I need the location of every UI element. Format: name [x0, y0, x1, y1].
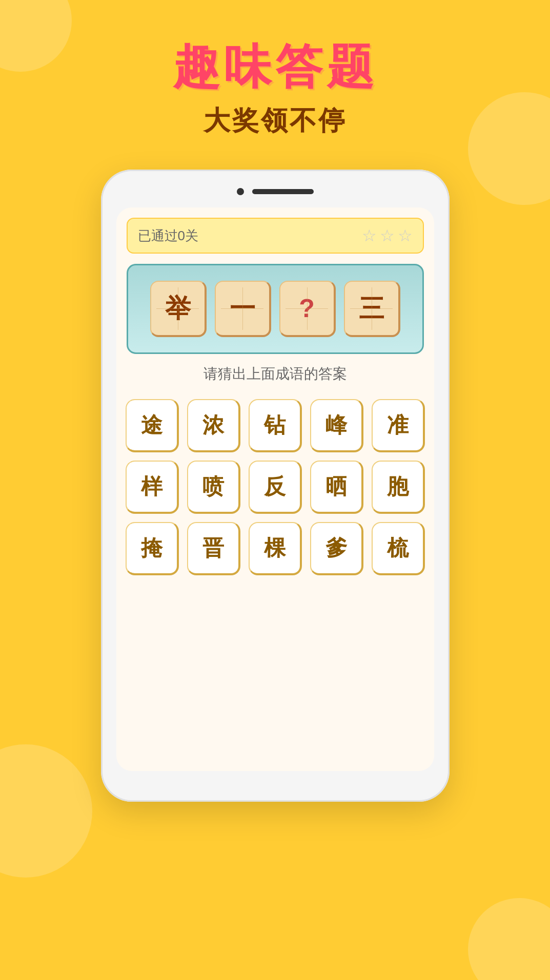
phone-top-bar	[116, 185, 434, 195]
phone-mockup: 已通过0关 ☆ ☆ ☆ 举 一 ? 三 请猜出上面成语的答案 途	[101, 170, 450, 802]
answer-btn-die[interactable]: 爹	[310, 522, 363, 575]
star-3: ☆	[398, 226, 413, 245]
answer-btn-feng[interactable]: 峰	[310, 399, 363, 452]
progress-text: 已通过0关	[138, 227, 198, 245]
puzzle-tile-4: 三	[344, 281, 400, 337]
puzzle-area: 举 一 ? 三	[127, 264, 424, 354]
puzzle-tile-2: 一	[215, 281, 271, 337]
main-title: 趣味答题	[0, 41, 550, 93]
puzzle-tile-3: ?	[279, 281, 336, 337]
answer-btn-jin[interactable]: 晋	[187, 522, 240, 575]
answer-btn-yan[interactable]: 掩	[126, 522, 179, 575]
answer-row-2: 样 喷 反 晒 胞	[126, 461, 425, 514]
phone-container: 已通过0关 ☆ ☆ ☆ 举 一 ? 三 请猜出上面成语的答案 途	[0, 170, 550, 802]
title-section: 趣味答题 大奖领不停	[0, 0, 550, 139]
stars-row: ☆ ☆ ☆	[362, 226, 413, 245]
hint-text: 请猜出上面成语的答案	[127, 364, 424, 384]
answer-btn-fan[interactable]: 反	[249, 461, 302, 514]
answer-grid: 途 浓 钻 峰 准 样 喷 反 晒 胞 掩 晋 棵 爹	[127, 399, 424, 575]
answer-btn-zhun[interactable]: 准	[372, 399, 425, 452]
answer-btn-shai[interactable]: 晒	[310, 461, 363, 514]
bg-circle-bottom-right	[468, 898, 550, 980]
answer-btn-nong[interactable]: 浓	[187, 399, 240, 452]
answer-btn-shu[interactable]: 梳	[372, 522, 425, 575]
answer-btn-tu[interactable]: 途	[126, 399, 179, 452]
puzzle-tile-1: 举	[150, 281, 207, 337]
star-2: ☆	[380, 226, 395, 245]
answer-row-3: 掩 晋 棵 爹 梳	[126, 522, 425, 575]
phone-speaker	[252, 189, 314, 194]
answer-btn-zuan[interactable]: 钻	[249, 399, 302, 452]
answer-row-1: 途 浓 钻 峰 准	[126, 399, 425, 452]
sub-title: 大奖领不停	[0, 103, 550, 139]
answer-btn-ke[interactable]: 棵	[249, 522, 302, 575]
phone-dot	[237, 188, 244, 195]
answer-btn-bao[interactable]: 胞	[372, 461, 425, 514]
progress-bar-container: 已通过0关 ☆ ☆ ☆	[127, 218, 424, 254]
star-1: ☆	[362, 226, 377, 245]
answer-btn-yang[interactable]: 样	[126, 461, 179, 514]
answer-btn-pen[interactable]: 喷	[187, 461, 240, 514]
phone-screen: 已通过0关 ☆ ☆ ☆ 举 一 ? 三 请猜出上面成语的答案 途	[116, 207, 434, 771]
